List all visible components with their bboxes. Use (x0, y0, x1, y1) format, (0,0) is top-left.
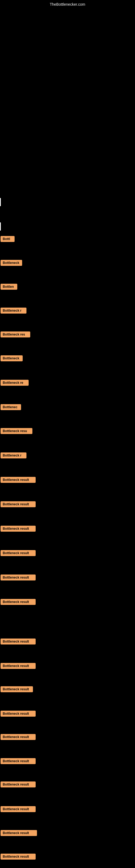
bottleneck-badge-11[interactable]: Bottleneck result (1, 477, 36, 483)
bottleneck-badge-8[interactable]: Bottlenec (1, 404, 21, 410)
site-title: TheBottlenecker.com (50, 2, 85, 6)
bottleneck-badge-15[interactable]: Bottleneck result (1, 575, 36, 581)
bottleneck-badge-18[interactable]: Bottleneck result (1, 663, 36, 669)
bottleneck-badge-16[interactable]: Bottleneck result (1, 599, 36, 605)
bottleneck-badge-3[interactable]: Bottlen (1, 284, 17, 290)
bottleneck-badge-4[interactable]: Bottleneck r (1, 308, 27, 314)
bottleneck-badge-5[interactable]: Bottleneck res (1, 332, 30, 337)
bottleneck-badge-19[interactable]: Bottleneck result (1, 686, 33, 692)
main-content: TheBottlenecker.com BottlBottleneckBottl… (0, 0, 135, 868)
bottleneck-badge-9[interactable]: Bottleneck resu (1, 428, 32, 434)
bottleneck-badge-23[interactable]: Bottleneck result (1, 781, 36, 787)
bottleneck-badge-7[interactable]: Bottleneck re (1, 380, 29, 386)
bottleneck-badge-21[interactable]: Bottleneck result (1, 734, 36, 740)
bottleneck-badge-17[interactable]: Bottleneck result (1, 639, 36, 645)
cursor-line-1 (0, 198, 1, 206)
bottleneck-badge-1[interactable]: Bottl (1, 236, 14, 242)
bottleneck-badge-14[interactable]: Bottleneck result (1, 550, 36, 556)
bottleneck-badge-13[interactable]: Bottleneck result (1, 526, 36, 532)
bottleneck-badge-6[interactable]: Bottleneck (1, 355, 23, 361)
bottleneck-badge-26[interactable]: Bottleneck result (1, 854, 36, 860)
bottleneck-badge-25[interactable]: Bottleneck result (1, 830, 37, 836)
bottleneck-badge-2[interactable]: Bottleneck (1, 260, 22, 266)
bottleneck-badge-24[interactable]: Bottleneck result (1, 806, 36, 812)
bottleneck-badge-12[interactable]: Bottleneck result (1, 501, 36, 507)
bottleneck-badge-20[interactable]: Bottleneck result (1, 711, 36, 717)
bottleneck-badge-22[interactable]: Bottleneck result (1, 758, 36, 764)
cursor-line-2 (0, 222, 1, 230)
bottleneck-badge-10[interactable]: Bottleneck r (1, 453, 27, 458)
